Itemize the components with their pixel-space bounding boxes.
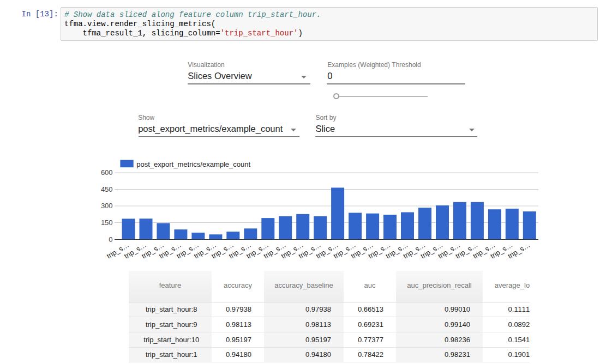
- svg-text:300: 300: [101, 202, 113, 210]
- svg-text:450: 450: [101, 185, 113, 193]
- svg-text:150: 150: [101, 219, 113, 227]
- svg-text:post_export_metrics/example_co: post_export_metrics/example_count: [136, 160, 250, 168]
- svg-text:0: 0: [109, 235, 112, 244]
- svg-text:600: 600: [101, 168, 113, 177]
